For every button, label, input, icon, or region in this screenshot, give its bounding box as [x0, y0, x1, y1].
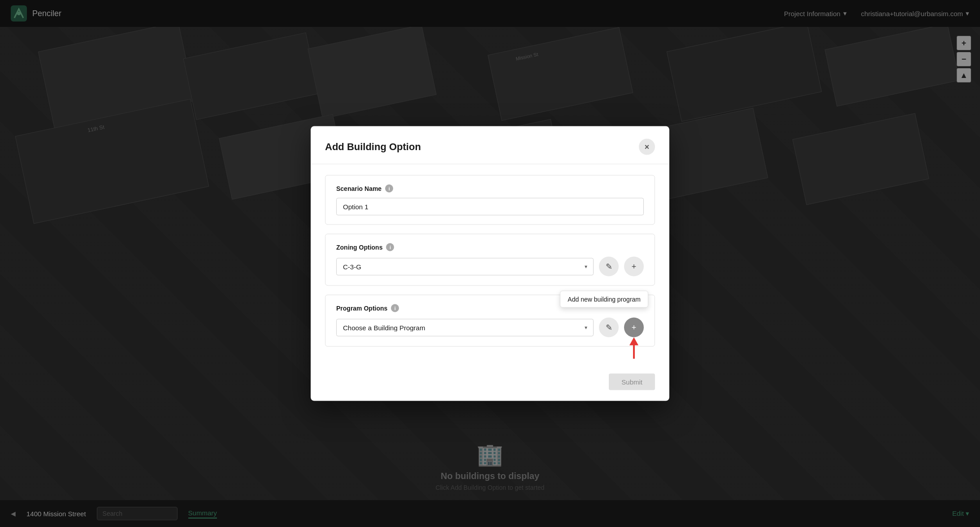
program-add-container: Add new building program +: [624, 318, 644, 337]
zoning-info-icon: i: [386, 243, 394, 251]
modal-close-button[interactable]: ×: [639, 139, 655, 155]
add-program-tooltip: Add new building program: [560, 291, 648, 308]
zoning-select-row: C-3-G ▾ ✎ +: [336, 257, 644, 276]
program-options-section: Program Options i Choose a Building Prog…: [325, 295, 655, 347]
program-select[interactable]: Choose a Building Program: [336, 319, 594, 336]
zoning-options-section: Zoning Options i C-3-G ▾ ✎ +: [325, 234, 655, 286]
zoning-add-icon: +: [632, 262, 637, 271]
zoning-edit-button[interactable]: ✎: [599, 257, 619, 276]
add-building-option-modal: Add Building Option × Scenario Name i Zo…: [311, 126, 669, 401]
zoning-add-button[interactable]: +: [624, 257, 644, 276]
modal-body: Scenario Name i Zoning Options i C-3-G ▾…: [311, 164, 669, 367]
program-info-icon: i: [391, 304, 399, 312]
program-edit-icon: ✎: [606, 323, 612, 333]
program-add-icon: +: [632, 323, 637, 332]
zoning-select[interactable]: C-3-G: [336, 258, 594, 275]
svg-marker-3: [629, 337, 638, 346]
zoning-options-label: Zoning Options i: [336, 243, 644, 251]
red-arrow-indicator: [627, 337, 641, 360]
program-select-wrapper: Choose a Building Program ▾: [336, 319, 594, 336]
scenario-name-input[interactable]: [336, 198, 644, 216]
scenario-name-section: Scenario Name i: [325, 175, 655, 225]
zoning-edit-icon: ✎: [606, 262, 612, 272]
program-edit-button[interactable]: ✎: [599, 318, 619, 337]
program-select-row: Choose a Building Program ▾ ✎ Add new bu…: [336, 318, 644, 337]
modal-title: Add Building Option: [325, 141, 421, 153]
modal-header: Add Building Option ×: [311, 126, 669, 164]
zoning-select-wrapper: C-3-G ▾: [336, 258, 594, 275]
modal-footer: Submit: [311, 367, 669, 401]
scenario-name-info-icon: i: [385, 185, 393, 193]
submit-button[interactable]: Submit: [609, 374, 655, 390]
scenario-name-label: Scenario Name i: [336, 185, 644, 193]
program-add-button[interactable]: +: [624, 318, 644, 337]
